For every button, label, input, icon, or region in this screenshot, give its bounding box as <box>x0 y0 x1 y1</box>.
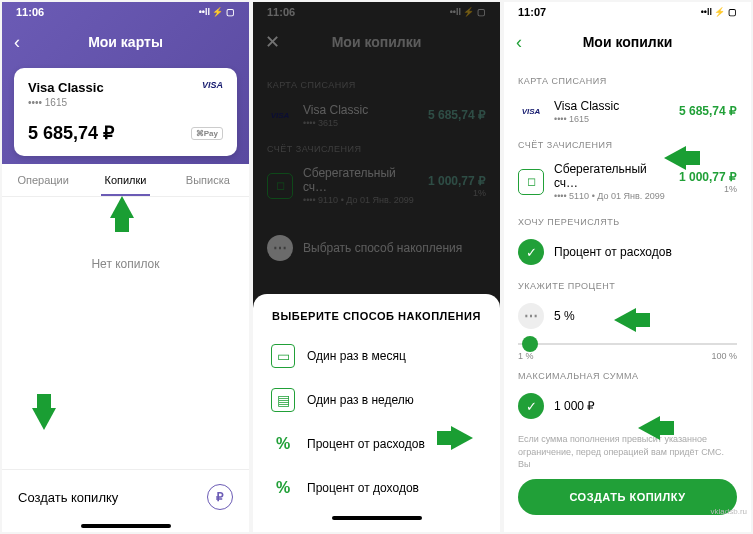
status-time: 11:06 <box>16 6 44 18</box>
section-credit-label: СЧЁТ ЗАЧИСЛЕНИЯ <box>518 140 737 150</box>
method-label: Процент от доходов <box>307 481 419 495</box>
status-icons: ••ll ⚡ ▢ <box>701 7 737 17</box>
method-weekly[interactable]: ▤ Один раз в неделю <box>267 378 486 422</box>
sheet-title: ВЫБЕРИТЕ СПОСОБ НАКОПЛЕНИЯ <box>267 310 486 322</box>
apple-pay-badge[interactable]: ⌘Pay <box>191 127 223 140</box>
status-bar: 11:07 ••ll ⚡ ▢ <box>504 2 751 22</box>
method-value: Процент от расходов <box>554 245 672 259</box>
annotation-arrow <box>32 408 56 430</box>
account-name: Сберегательный сч… <box>554 162 669 190</box>
page-title: Мои карты <box>88 34 163 50</box>
section-max-label: МАКСИМАЛЬНАЯ СУММА <box>518 371 737 381</box>
create-button[interactable]: СОЗДАТЬ КОПИЛКУ <box>518 479 737 515</box>
hint-text: Если сумма пополнения превысит указанное… <box>518 433 737 471</box>
card-mask: •••• 1615 <box>28 97 104 108</box>
max-amount-value: 1 000 ₽ <box>554 399 595 413</box>
account-icon: ◻ <box>518 169 544 195</box>
tab-operations[interactable]: Операции <box>2 164 84 196</box>
watermark: vkladsb.ru <box>711 507 747 516</box>
card-name: Visa Classic <box>554 99 669 113</box>
annotation-arrow <box>110 196 134 218</box>
percent-slider[interactable] <box>518 343 737 345</box>
screen-configure-piggybank: 11:07 ••ll ⚡ ▢ ‹ Мои копилки КАРТА СПИСА… <box>504 2 751 532</box>
method-label: Процент от расходов <box>307 437 425 451</box>
method-monthly[interactable]: ▭ Один раз в месяц <box>267 334 486 378</box>
card-name: Visa Classic <box>28 80 104 95</box>
slider-labels: 1 % 100 % <box>518 351 737 361</box>
percent-value: 5 % <box>554 309 575 323</box>
annotation-arrow <box>664 146 686 170</box>
calendar-week-icon: ▤ <box>271 388 295 412</box>
method-pct-income[interactable]: % Процент от доходов <box>267 466 486 510</box>
status-time: 11:07 <box>518 6 546 18</box>
back-icon[interactable]: ‹ <box>516 32 522 53</box>
account-pct: 1% <box>679 184 737 194</box>
method-sheet: ВЫБЕРИТЕ СПОСОБ НАКОПЛЕНИЯ ▭ Один раз в … <box>253 294 500 532</box>
credit-account-row[interactable]: ◻ Сберегательный сч… •••• 5110 • До 01 Я… <box>518 156 737 207</box>
check-icon: ✓ <box>518 393 544 419</box>
method-row[interactable]: ✓ Процент от расходов <box>518 233 737 271</box>
percent-icon: % <box>271 476 295 500</box>
slider-min: 1 % <box>518 351 534 361</box>
section-percent-label: УКАЖИТЕ ПРОЦЕНТ <box>518 281 737 291</box>
debit-card-row[interactable]: VISA Visa Classic •••• 1615 5 685,74 ₽ <box>518 92 737 130</box>
visa-logo: VISA <box>202 80 223 90</box>
tabs: Операции Копилки Выписка <box>2 164 249 197</box>
header: ‹ Мои копилки <box>504 22 751 62</box>
method-label: Один раз в месяц <box>307 349 406 363</box>
method-label: Один раз в неделю <box>307 393 414 407</box>
status-icons: ••ll ⚡ ▢ <box>199 7 235 17</box>
calendar-month-icon: ▭ <box>271 344 295 368</box>
annotation-arrow <box>614 308 636 332</box>
visa-icon: VISA <box>518 98 544 124</box>
tab-piggybanks[interactable]: Копилки <box>84 164 166 196</box>
header: ‹ Мои карты <box>2 22 249 62</box>
section-debit-label: КАРТА СПИСАНИЯ <box>518 76 737 86</box>
card-widget[interactable]: Visa Classic •••• 1615 VISA 5 685,74 ₽ ⌘… <box>14 68 237 156</box>
section-method-label: ХОЧУ ПЕРЕЧИСЛЯТЬ <box>518 217 737 227</box>
screen-my-cards: 11:06 ••ll ⚡ ▢ ‹ Мои карты Visa Classic … <box>2 2 249 532</box>
annotation-arrow <box>451 426 473 450</box>
annotation-arrow <box>638 416 660 440</box>
account-sub: •••• 5110 • До 01 Янв. 2099 <box>554 191 669 201</box>
account-balance: 1 000,77 ₽ <box>679 170 737 184</box>
back-icon[interactable]: ‹ <box>14 32 20 53</box>
slider-max: 100 % <box>711 351 737 361</box>
card-mask: •••• 1615 <box>554 114 669 124</box>
tab-statement[interactable]: Выписка <box>167 164 249 196</box>
ellipsis-icon: ⋯ <box>518 303 544 329</box>
card-balance: 5 685,74 ₽ <box>679 104 737 118</box>
screen-choose-method: 11:06 ••ll ⚡ ▢ ✕ Мои копилки КАРТА СПИСА… <box>253 2 500 532</box>
slider-thumb[interactable] <box>522 336 538 352</box>
home-indicator <box>332 516 422 520</box>
max-amount-row[interactable]: ✓ 1 000 ₽ <box>518 387 737 425</box>
home-indicator <box>81 524 171 528</box>
status-bar: 11:06 ••ll ⚡ ▢ <box>2 2 249 22</box>
ruble-icon[interactable]: ₽ <box>207 484 233 510</box>
card-balance: 5 685,74 ₽ <box>28 122 114 144</box>
check-icon: ✓ <box>518 239 544 265</box>
percent-icon: % <box>271 432 295 456</box>
create-piggybank-link[interactable]: Создать копилку <box>18 490 118 505</box>
page-title: Мои копилки <box>583 34 673 50</box>
